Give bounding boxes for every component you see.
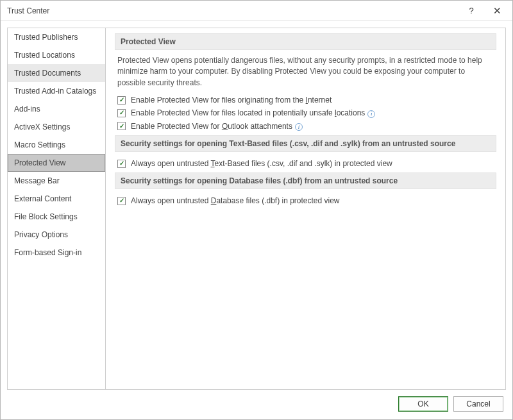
sidebar-item-trusted-documents[interactable]: Trusted Documents bbox=[8, 64, 105, 82]
trust-center-dialog: Trust Center ? ✕ Trusted Publishers Trus… bbox=[0, 0, 513, 420]
checkmark-icon: ✓ bbox=[119, 110, 124, 116]
sidebar-item-label: Trusted Add-in Catalogs bbox=[14, 87, 96, 96]
sidebar-item-label: Add-ins bbox=[14, 105, 40, 113]
sidebar-item-label: ActiveX Settings bbox=[14, 122, 70, 131]
sidebar-item-message-bar[interactable]: Message Bar bbox=[8, 172, 105, 190]
sidebar-item-trusted-addin-catalogs[interactable]: Trusted Add-in Catalogs bbox=[8, 82, 105, 100]
group-header-text-based: Security settings for opening Text-Based… bbox=[115, 135, 496, 152]
dialog-footer: OK Cancel bbox=[1, 390, 512, 419]
check-protected-view-outlook-row: ✓ Enable Protected View for Outlook atta… bbox=[115, 120, 496, 133]
help-button[interactable]: ? bbox=[458, 2, 484, 20]
sidebar-item-label: Privacy Options bbox=[14, 230, 68, 239]
check-protected-view-internet[interactable]: ✓ bbox=[117, 96, 126, 105]
sidebar-item-activex-settings[interactable]: ActiveX Settings bbox=[8, 118, 105, 136]
sidebar-item-label: File Block Settings bbox=[14, 212, 78, 221]
close-button[interactable]: ✕ bbox=[484, 2, 510, 20]
check-label: Always open untrusted Database files (.d… bbox=[131, 196, 340, 205]
info-icon[interactable]: i bbox=[367, 110, 375, 118]
checkmark-icon: ✓ bbox=[119, 160, 124, 167]
check-text-based[interactable]: ✓ bbox=[117, 160, 126, 168]
sidebar-item-label: Trusted Locations bbox=[14, 51, 75, 60]
sidebar-item-file-block-settings[interactable]: File Block Settings bbox=[8, 208, 105, 226]
checkmark-icon: ✓ bbox=[119, 197, 124, 204]
cancel-button[interactable]: Cancel bbox=[453, 396, 503, 412]
checkmark-icon: ✓ bbox=[119, 97, 124, 103]
dialog-body: Trusted Publishers Trusted Locations Tru… bbox=[1, 21, 512, 390]
sidebar-item-label: Form-based Sign-in bbox=[14, 248, 81, 257]
check-text-based-row: ✓ Always open untrusted Text-Based files… bbox=[115, 157, 496, 170]
sidebar-item-label: Trusted Documents bbox=[14, 69, 81, 78]
checkmark-icon: ✓ bbox=[119, 123, 124, 130]
sidebar-item-trusted-publishers[interactable]: Trusted Publishers bbox=[8, 28, 105, 46]
check-label: Enable Protected View for files originat… bbox=[131, 96, 332, 105]
check-label: Always open untrusted Text-Based files (… bbox=[131, 159, 392, 168]
sidebar-item-form-based-sign-in[interactable]: Form-based Sign-in bbox=[8, 244, 105, 262]
sidebar-item-external-content[interactable]: External Content bbox=[8, 190, 105, 208]
sidebar-nav: Trusted Publishers Trusted Locations Tru… bbox=[7, 28, 106, 390]
titlebar: Trust Center ? ✕ bbox=[1, 1, 512, 21]
check-database[interactable]: ✓ bbox=[117, 197, 126, 205]
check-protected-view-internet-row: ✓ Enable Protected View for files origin… bbox=[115, 94, 496, 106]
sidebar-item-protected-view[interactable]: Protected View bbox=[8, 154, 105, 172]
dialog-title: Trust Center bbox=[7, 6, 458, 15]
group-header-protected-view: Protected View bbox=[115, 33, 496, 50]
check-protected-view-unsafe-locations[interactable]: ✓ bbox=[117, 109, 126, 117]
check-database-row: ✓ Always open untrusted Database files (… bbox=[115, 194, 496, 207]
sidebar-item-label: External Content bbox=[14, 194, 71, 203]
sidebar-item-macro-settings[interactable]: Macro Settings bbox=[8, 136, 105, 154]
sidebar-item-label: Macro Settings bbox=[14, 140, 65, 149]
sidebar-item-label: Message Bar bbox=[14, 176, 60, 185]
sidebar-item-add-ins[interactable]: Add-ins bbox=[8, 100, 105, 118]
ok-button[interactable]: OK bbox=[398, 396, 448, 412]
content-pane: Protected View Protected View opens pote… bbox=[106, 28, 506, 390]
protected-view-description: Protected View opens potentially dangero… bbox=[115, 55, 496, 94]
check-label: Enable Protected View for Outlook attach… bbox=[131, 122, 303, 131]
check-label: Enable Protected View for files located … bbox=[131, 108, 375, 118]
info-icon[interactable]: i bbox=[295, 123, 303, 131]
sidebar-item-trusted-locations[interactable]: Trusted Locations bbox=[8, 46, 105, 64]
group-header-database: Security settings for opening Database f… bbox=[115, 172, 496, 189]
close-icon: ✕ bbox=[493, 5, 501, 17]
sidebar-item-label: Protected View bbox=[14, 158, 66, 167]
sidebar-item-label: Trusted Publishers bbox=[14, 33, 78, 42]
sidebar-item-privacy-options[interactable]: Privacy Options bbox=[8, 226, 105, 244]
check-protected-view-unsafe-locations-row: ✓ Enable Protected View for files locate… bbox=[115, 106, 496, 120]
check-protected-view-outlook[interactable]: ✓ bbox=[117, 122, 126, 130]
